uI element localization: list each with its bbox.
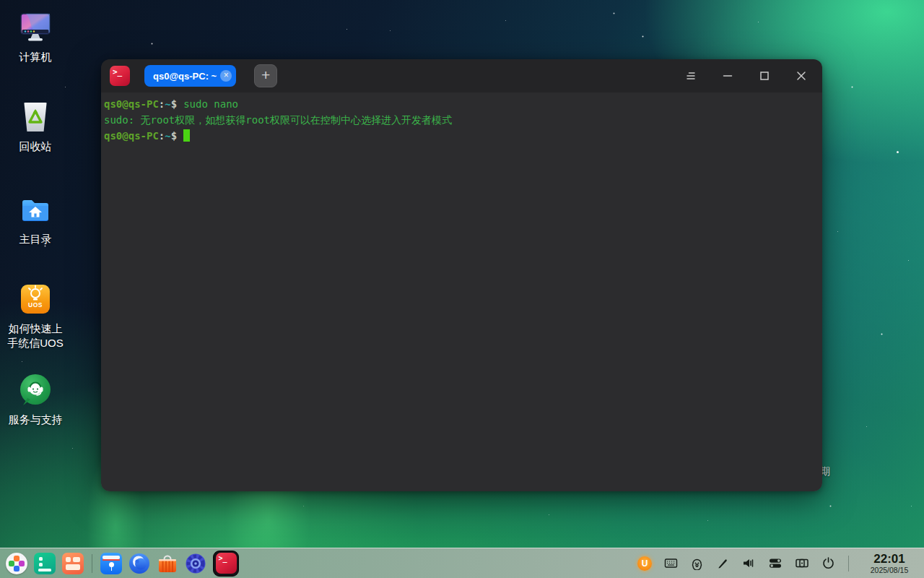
multitask-view-icon[interactable] [62,553,84,574]
terminal-cursor [183,129,190,142]
desktop-icon-uos-guide[interactable]: UOS 如何快速上 手统信UOS [7,283,64,350]
desktop-icon-label: 计算机 [7,50,64,64]
desktop-icon-label: 主目录 [7,232,64,246]
task-list-icon[interactable] [34,553,56,574]
command-text: sudo nano [183,98,238,110]
volume-icon[interactable] [741,556,756,570]
clock-time: 22:01 [873,553,905,566]
terminal-icon: >_ [216,553,237,574]
terminal-tab[interactable]: qs0@qs-PC: ~ × [144,65,236,87]
uos-guide-icon: UOS [7,283,64,315]
browser-icon[interactable] [128,553,150,574]
desktop-icon-trash[interactable]: 回收站 [7,101,64,154]
terminal-titlebar[interactable]: >_ qs0@qs-PC: ~ × + [101,59,822,92]
launcher-icon[interactable] [6,553,27,574]
terminal-window: >_ qs0@qs-PC: ~ × + [101,59,822,491]
power-icon[interactable] [821,556,835,570]
terminal-dock-icon-active[interactable]: >_ [213,551,239,577]
terminal-line: qs0@qs-PC:~$sudo nano [104,96,819,112]
desktop-icon-label: 如何快速上 手统信UOS [7,322,64,350]
close-button[interactable] [795,69,808,82]
pen-icon[interactable] [716,557,729,570]
support-icon [7,373,64,406]
home-folder-icon [7,194,64,225]
trash-icon [7,101,64,133]
desktop-icon-label: 回收站 [7,139,64,154]
stars-decoration [0,0,1,1]
control-center-icon[interactable] [185,553,206,574]
menu-icon[interactable] [684,69,697,82]
assistant-icon[interactable] [690,556,704,570]
clock-date: 2025/08/15 [871,566,909,574]
terminal-output-line: sudo: 无root权限，如想获得root权限可以在控制中心选择进入开发者模式 [104,112,819,128]
clock[interactable]: 22:01 2025/08/15 [863,553,915,574]
computer-icon [7,12,64,43]
terminal-prompt-line: qs0@qs-PC:~$ [104,128,819,144]
dock-separator [92,554,92,573]
onscreen-keyboard-icon[interactable] [664,556,678,570]
taskbar: >_ U [0,548,924,578]
desktop-icon-home[interactable]: 主目录 [7,194,64,246]
uos-id-icon[interactable]: U [637,556,652,571]
desktop-icon-label: 服务与支持 [7,413,64,427]
tab-close-icon[interactable]: × [220,70,232,82]
file-manager-icon[interactable] [100,553,122,574]
clock-separator [848,556,849,571]
desktop-icon-computer[interactable]: 计算机 [7,12,64,64]
new-tab-button[interactable]: + [254,64,277,87]
screen-mirror-icon[interactable] [795,556,809,570]
toggles-icon[interactable] [768,556,783,570]
app-store-icon[interactable] [157,553,178,574]
minimize-button[interactable] [721,69,734,82]
uos-badge-text: UOS [28,301,43,309]
terminal-app-icon: >_ [110,66,130,86]
maximize-button[interactable] [758,69,771,82]
terminal-content[interactable]: qs0@qs-PC:~$sudo nano sudo: 无root权限，如想获得… [101,92,822,491]
tab-title: qs0@qs-PC: ~ [153,71,217,82]
desktop: 计算机 回收站 [0,0,924,578]
desktop-icon-support[interactable]: 服务与支持 [7,373,64,427]
